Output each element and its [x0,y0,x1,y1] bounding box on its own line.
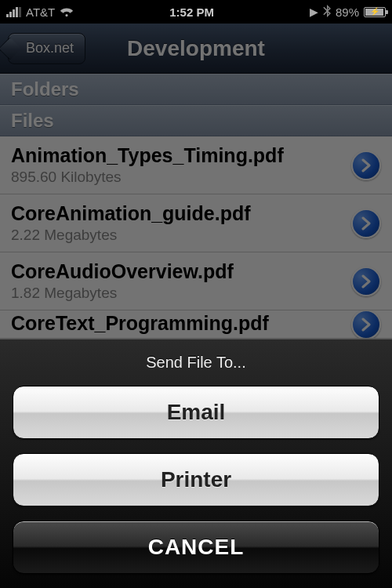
battery-icon: ⚡ [364,7,386,17]
action-sheet: Send File To... Email Printer CANCEL [0,339,392,588]
cancel-button[interactable]: CANCEL [13,521,379,574]
cancel-button-label: CANCEL [148,535,245,560]
printer-button[interactable]: Printer [13,453,379,506]
status-bar: AT&T 1:52 PM ▶ 89% ⚡ [0,0,392,24]
printer-button-label: Printer [161,467,231,492]
bluetooth-icon [323,5,331,20]
play-icon: ▶ [310,5,318,18]
signal-icon [6,6,21,17]
battery-percent: 89% [336,5,359,19]
wifi-icon [60,6,74,17]
action-sheet-title: Send File To... [13,354,379,372]
email-button[interactable]: Email [13,386,379,439]
email-button-label: Email [167,400,226,425]
clock: 1:52 PM [80,5,303,19]
carrier-label: AT&T [26,5,55,19]
